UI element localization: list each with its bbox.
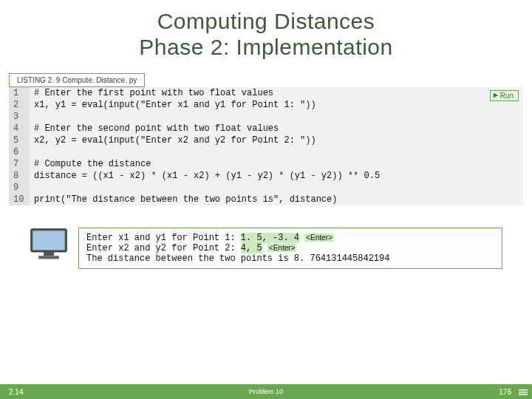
code-row: 10print("The distance between the two po… bbox=[9, 194, 523, 205]
line-number: 9 bbox=[9, 182, 30, 194]
run-button-label: Run bbox=[500, 92, 514, 100]
code-row: 1# Enter the first point with two float … bbox=[9, 87, 523, 99]
hamburger-icon[interactable] bbox=[519, 388, 528, 397]
code-row: 6 bbox=[9, 146, 523, 158]
output-prompt-2: Enter x2 and y2 for Point 2: bbox=[86, 243, 241, 253]
code-row: 4# Enter the second point with two float… bbox=[9, 123, 523, 134]
enter-key-label: <Enter> bbox=[304, 233, 334, 242]
svg-rect-4 bbox=[38, 256, 59, 259]
code-line bbox=[30, 111, 34, 123]
line-number: 3 bbox=[9, 111, 30, 123]
line-number: 4 bbox=[9, 123, 30, 134]
slide-footer: 2.14 Problem 10 176 bbox=[0, 384, 532, 399]
line-number: 2 bbox=[9, 99, 30, 111]
output-prompt-1: Enter x1 and y1 for Point 1: bbox=[86, 233, 241, 243]
line-number: 10 bbox=[9, 194, 30, 205]
code-row: 8distance = ((x1 - x2) * (x1 - x2) + (y1… bbox=[9, 170, 523, 182]
svg-rect-5 bbox=[519, 389, 528, 391]
svg-rect-6 bbox=[519, 392, 528, 393]
svg-rect-2 bbox=[33, 231, 64, 250]
footer-center-label: Problem 10 bbox=[59, 388, 473, 395]
title-line-2: Phase 2: Implementation bbox=[0, 35, 532, 61]
title-line-1: Computing Distances bbox=[0, 9, 532, 35]
monitor-icon bbox=[30, 228, 68, 264]
footer-left-section-number: 2.14 bbox=[0, 388, 59, 396]
output-line-2: Enter x2 and y2 for Point 2: 4, 5 <Enter… bbox=[86, 243, 494, 253]
code-line: distance = ((x1 - x2) * (x1 - x2) + (y1 … bbox=[30, 170, 380, 182]
svg-marker-0 bbox=[493, 93, 497, 98]
code-line: print("The distance between the two poin… bbox=[30, 194, 337, 205]
code-line: # Enter the first point with two float v… bbox=[30, 87, 273, 99]
code-line: # Enter the second point with two float … bbox=[30, 123, 279, 134]
code-row: 7# Compute the distance bbox=[9, 158, 523, 170]
output-input-1: 1. 5, -3. 4 bbox=[241, 233, 299, 243]
enter-key-label: <Enter> bbox=[267, 244, 297, 252]
output-line-3: The distance between the two points is 8… bbox=[86, 253, 494, 264]
code-line: # Compute the distance bbox=[30, 158, 151, 170]
code-line bbox=[30, 182, 34, 194]
listing-label: LISTING 2. 9 Compute. Distance. py bbox=[9, 73, 145, 87]
code-listing: Run 1# Enter the first point with two fl… bbox=[9, 87, 523, 205]
play-icon bbox=[493, 92, 499, 100]
output-line-1: Enter x1 and y1 for Point 1: 1. 5, -3. 4… bbox=[86, 233, 494, 243]
line-number: 5 bbox=[9, 134, 30, 146]
output-input-2: 4, 5 bbox=[241, 243, 262, 253]
code-line: x1, y1 = eval(input("Enter x1 and y1 for… bbox=[30, 99, 316, 111]
code-line: x2, y2 = eval(input("Enter x2 and y2 for… bbox=[30, 134, 316, 146]
svg-rect-7 bbox=[519, 394, 528, 395]
svg-rect-3 bbox=[44, 252, 54, 256]
program-output-block: Enter x1 and y1 for Point 1: 1. 5, -3. 4… bbox=[30, 228, 502, 269]
line-number: 7 bbox=[9, 158, 30, 170]
run-button[interactable]: Run bbox=[490, 90, 519, 101]
code-row: 5x2, y2 = eval(input("Enter x2 and y2 fo… bbox=[9, 134, 523, 146]
code-row: 9 bbox=[9, 182, 523, 194]
line-number: 8 bbox=[9, 170, 30, 182]
code-row: 2x1, y1 = eval(input("Enter x1 and y1 fo… bbox=[9, 99, 523, 111]
code-line bbox=[30, 146, 34, 158]
line-number: 1 bbox=[9, 87, 30, 99]
line-number: 6 bbox=[9, 146, 30, 158]
code-row: 3 bbox=[9, 111, 523, 123]
output-box: Enter x1 and y1 for Point 1: 1. 5, -3. 4… bbox=[78, 228, 502, 269]
slide-title-block: Computing Distances Phase 2: Implementat… bbox=[0, 0, 532, 60]
